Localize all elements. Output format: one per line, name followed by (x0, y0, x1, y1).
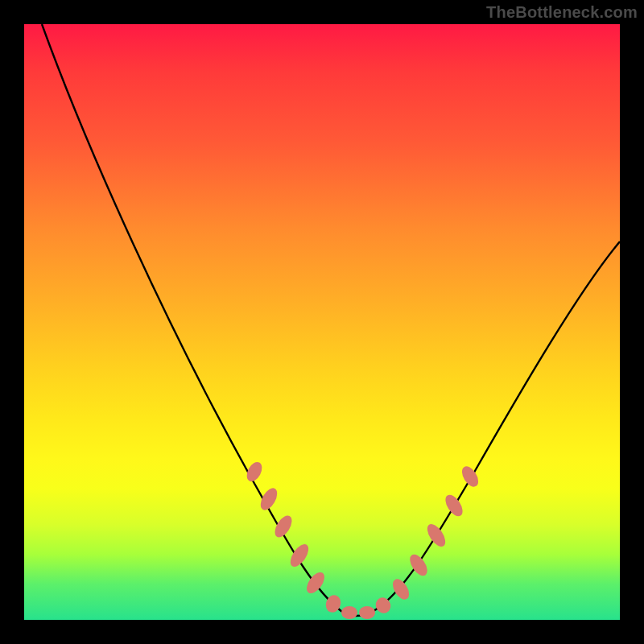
bottleneck-curve (42, 24, 620, 616)
dot (459, 464, 481, 489)
dot (423, 521, 448, 549)
plot-area (24, 24, 620, 620)
dot (359, 606, 375, 619)
chart-frame: TheBottleneck.com (0, 0, 644, 644)
dot (442, 492, 466, 519)
curve-layer (24, 24, 620, 620)
watermark-text: TheBottleneck.com (486, 3, 638, 22)
curve-path (42, 24, 620, 616)
dot (390, 576, 412, 602)
dot (341, 606, 357, 619)
coral-dots (244, 460, 481, 619)
